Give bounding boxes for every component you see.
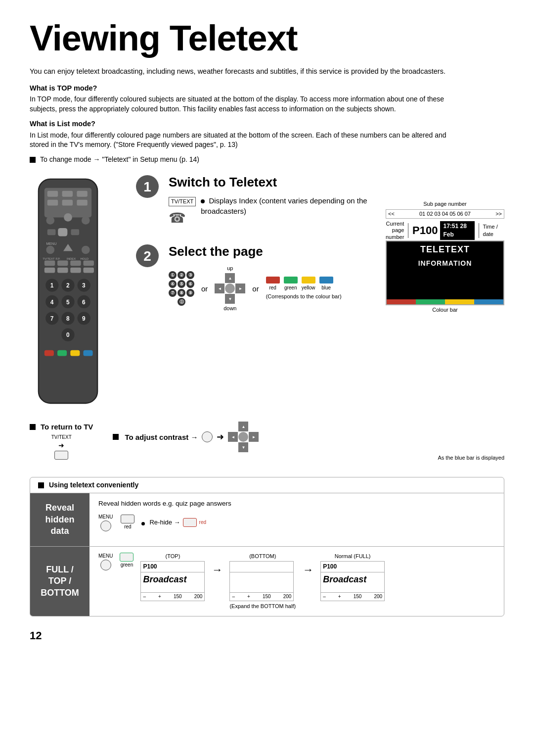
- top-label: (TOP): [140, 553, 205, 560]
- sub-page-label: Sub page number: [386, 200, 504, 208]
- step1-tvtext: TV/TEXT ☎: [169, 195, 196, 228]
- top-content: Broadcast: [141, 572, 204, 592]
- svg-rect-6: [62, 200, 73, 206]
- colour-buttons: red green yellow blue (Corresponds to th…: [266, 277, 342, 300]
- svg-text:TV/TEXT: TV/TEXT: [43, 258, 55, 261]
- full-content-box: Broadcast: [321, 572, 384, 592]
- remote-svg: MENU TV/TEXT F.P. INDEX HOLD 1 2: [30, 173, 106, 409]
- page-display-bottom-box: P100 –+150200: [229, 561, 294, 601]
- tvtext-label: TV/TEXT: [169, 197, 196, 206]
- step2-options: ① ② ③ ④ ⑤ ⑥ ⑦ ⑧ ⑨ ⓪: [169, 265, 342, 313]
- green-button-full[interactable]: [120, 553, 134, 562]
- return-tv-heading: To return to TV: [41, 422, 93, 432]
- svg-rect-27: [57, 268, 68, 273]
- svg-rect-53: [83, 350, 92, 356]
- step2-title: Select the page: [169, 242, 342, 260]
- contrast-bullet: [113, 434, 119, 440]
- svg-rect-50: [44, 350, 54, 356]
- svg-rect-29: [83, 268, 93, 273]
- arrow-icon2: →: [303, 563, 313, 578]
- svg-text:9: 9: [82, 316, 86, 323]
- step1-content: Switch to Teletext TV/TEXT ☎ Displays In…: [169, 173, 371, 228]
- svg-text:6: 6: [82, 299, 86, 306]
- page-display-top-box: P100 Broadcast –+150200: [140, 561, 205, 601]
- current-label: Current: [386, 221, 404, 227]
- svg-rect-28: [70, 268, 81, 273]
- list-mode-heading: What is List mode?: [30, 119, 504, 129]
- top-mode-text: In TOP mode, four differently coloured s…: [30, 94, 460, 114]
- svg-text:2: 2: [66, 283, 70, 289]
- svg-rect-4: [77, 191, 87, 197]
- step1-row: 1 Switch to Teletext TV/TEXT ☎ Displays …: [136, 173, 371, 228]
- svg-text:0: 0: [66, 332, 70, 339]
- page-title: Viewing Teletext: [30, 20, 504, 57]
- page-display-top: (TOP) P100 Broadcast –+150200: [140, 553, 205, 601]
- red-rehide-label: red: [199, 519, 206, 526]
- return-tv: To return to TV TV/TEXT ➜: [30, 422, 93, 460]
- rehide-label: Re-hide →: [149, 518, 180, 527]
- svg-rect-19: [57, 261, 68, 266]
- svg-rect-3: [62, 191, 73, 197]
- teletext-body: [387, 270, 503, 299]
- colour-bar-label: Colour bar: [386, 306, 504, 314]
- rehide-btn[interactable]: [183, 518, 197, 527]
- arrow-icon: →: [212, 563, 222, 578]
- number-label: number: [386, 234, 404, 240]
- tvtext-button[interactable]: [54, 451, 68, 460]
- time-date-label: Time / date: [483, 223, 504, 238]
- svg-point-9: [64, 214, 72, 222]
- teletext-display-box: TELETEXT INFORMATION: [386, 240, 504, 305]
- page-display-bottom: (BOTTOM) P100 –+150200 (Expand the BOTTO…: [229, 553, 296, 611]
- change-mode-line: To change mode → "Teletext" in Setup men…: [30, 155, 504, 165]
- remote-control-diagram: MENU TV/TEXT F.P. INDEX HOLD 1 2: [30, 173, 121, 412]
- step1-title: Switch to Teletext: [169, 173, 371, 191]
- svg-text:F.P.: F.P.: [55, 258, 60, 261]
- expand-note: (Expand the BOTTOM half): [229, 603, 296, 610]
- menu-button-full[interactable]: [100, 560, 111, 570]
- step1-bullet-text: Displays Index (content varies depending…: [201, 195, 371, 216]
- svg-point-8: [46, 216, 54, 225]
- reveal-controls: MENU red Re-hide → red: [98, 514, 495, 531]
- bottom-content-empty: [230, 572, 293, 592]
- svg-text:3: 3: [82, 283, 86, 289]
- page-number: P100: [412, 223, 438, 238]
- menu-button-contrast[interactable]: [202, 431, 213, 442]
- svg-text:HOLD: HOLD: [81, 258, 89, 261]
- dpad-area: up ▲ ◄ ► ▼ down: [215, 265, 245, 313]
- step2-content: Select the page ① ② ③ ④ ⑤ ⑥ ⑦ ⑧: [169, 242, 342, 312]
- svg-text:5: 5: [66, 299, 70, 306]
- reveal-row: Revealhiddendata Reveal hidden words e.g…: [30, 493, 504, 546]
- svg-text:4: 4: [50, 299, 54, 306]
- adjust-contrast: To adjust contrast → ➜ ▲ ◄ ► ▼ As the bl…: [113, 422, 504, 462]
- svg-rect-13: [71, 230, 79, 236]
- sub-page-numbers: << 01 02 03 04 05 06 07 >>: [386, 209, 504, 219]
- svg-rect-11: [47, 230, 56, 236]
- adjust-contrast-heading: To adjust contrast →: [125, 432, 198, 442]
- top-mode-heading: What is TOP mode?: [30, 83, 504, 93]
- teletext-title: TELETEXT: [387, 241, 503, 258]
- page-footer-number: 12: [30, 628, 504, 644]
- svg-text:7: 7: [50, 316, 54, 323]
- time-date: 17:51 28 Feb: [440, 221, 474, 240]
- svg-rect-7: [77, 200, 87, 206]
- reveal-content: Reveal hidden words e.g. quiz page answe…: [89, 493, 504, 546]
- teletext-subtitle: INFORMATION: [387, 258, 503, 270]
- reveal-btn[interactable]: [121, 515, 134, 523]
- menu-button-reveal[interactable]: [100, 520, 111, 531]
- svg-text:8: 8: [66, 316, 70, 323]
- step1-circle: 1: [136, 175, 159, 198]
- blue-label: blue: [319, 284, 333, 291]
- step2-row: 2 Select the page ① ② ③ ④ ⑤ ⑥ ⑦: [136, 242, 371, 312]
- svg-point-15: [46, 246, 54, 254]
- red-label: red: [266, 284, 280, 291]
- page-display-full-box: P100 Broadcast –+150200: [320, 561, 385, 601]
- teletext-info-panel: Sub page number << 01 02 03 04 05 06 07 …: [386, 173, 504, 412]
- svg-point-17: [82, 246, 90, 254]
- svg-rect-51: [57, 350, 67, 356]
- svg-point-10: [82, 216, 90, 225]
- full-menu-label: MENU: [98, 553, 113, 560]
- svg-rect-12: [58, 228, 67, 236]
- svg-rect-26: [44, 268, 55, 273]
- page-label: page: [392, 227, 404, 234]
- svg-text:INDEX: INDEX: [67, 258, 76, 261]
